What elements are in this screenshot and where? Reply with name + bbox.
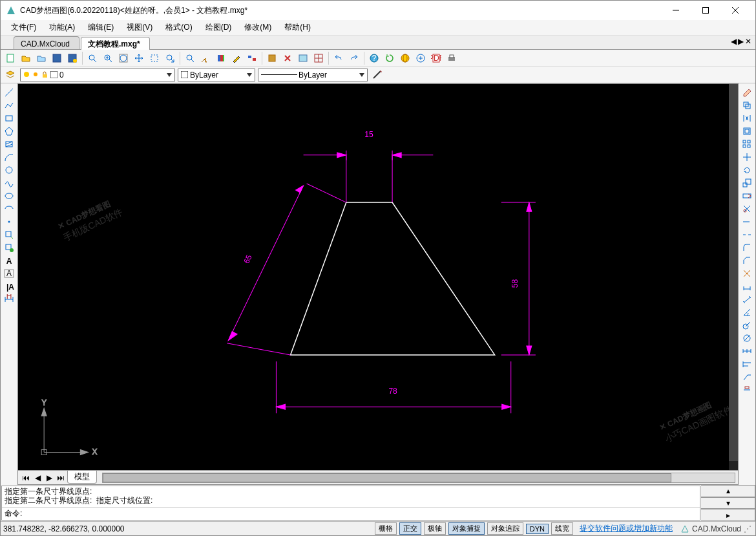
ellipse-arc-tool[interactable] [2,202,16,215]
pdf-button[interactable]: PDF [429,51,443,65]
layout-prev-icon[interactable]: ◀ [32,473,43,483]
status-polar[interactable]: 极轴 [424,522,446,535]
dim-diameter-tool[interactable] [740,332,754,345]
tab-next-icon[interactable]: ▶ [738,37,744,46]
dim-style-tool[interactable] [740,383,754,396]
modify-offset-tool[interactable] [740,125,754,138]
tab-prev-icon[interactable]: ◀ [731,37,737,46]
modify-stretch-tool[interactable] [740,189,754,202]
properties-button[interactable] [183,51,197,65]
rectangle-tool[interactable] [2,112,16,125]
color-dropdown[interactable]: ByLayer [178,69,255,81]
menu-file[interactable]: 文件(F) [6,21,41,34]
modify-rotate-tool[interactable] [740,164,754,177]
refresh-button[interactable] [383,51,397,65]
save-button[interactable] [50,51,64,65]
hatch-tool[interactable] [2,138,16,151]
modify-fillet-tool[interactable] [740,241,754,254]
menu-edit[interactable]: 编辑(E) [83,21,119,34]
modify-erase-tool[interactable] [740,86,754,99]
dim-linear-tool[interactable] [740,280,754,293]
modify-extend-tool[interactable] [740,215,754,228]
pan-button[interactable] [132,51,146,65]
zoom-in-button[interactable] [101,51,115,65]
polyline-tool[interactable] [2,99,16,112]
status-dyn[interactable]: DYN [526,524,549,534]
layout-next-icon[interactable]: ▶ [44,473,54,483]
tab-document[interactable]: 文档教程.mxg* [81,37,150,50]
open-cloud-button[interactable] [34,51,48,65]
match-props-button[interactable] [198,51,213,65]
circle-tool[interactable] [2,164,16,177]
modify-break-tool[interactable] [740,228,754,241]
menu-help[interactable]: 帮助(H) [279,21,316,34]
layout-tab-model[interactable]: 模型 [67,471,97,484]
modify-mirror-tool[interactable] [740,112,754,125]
status-grid[interactable]: 栅格 [375,522,397,535]
point-tool[interactable] [2,215,16,228]
layers-button[interactable] [214,51,228,65]
globe-button[interactable] [398,51,412,65]
dim-radius-tool[interactable] [740,319,754,332]
layout-last-icon[interactable]: ⏭ [56,473,66,483]
dimension-tool[interactable]: H [2,293,16,306]
block-button[interactable] [265,51,279,65]
status-lwt[interactable]: 线宽 [551,522,573,535]
menu-draw[interactable]: 绘图(D) [200,21,237,34]
modify-trim-tool[interactable] [740,202,754,215]
modify-move-tool[interactable] [740,151,754,164]
dim-aligned-tool[interactable] [740,293,754,306]
layer-dropdown[interactable]: 0 [20,69,175,81]
hscrollbar[interactable] [102,473,735,483]
line-tool[interactable] [2,86,16,99]
arc-tool[interactable] [2,151,16,164]
dim-baseline-tool[interactable] [740,358,754,370]
cloud-button[interactable] [414,51,428,65]
open-button[interactable] [19,51,33,65]
tab-cloud[interactable]: CAD.MxCloud [14,36,79,49]
text-style-tool[interactable]: |A [2,280,16,293]
status-ortho[interactable]: 正交 [399,522,421,535]
cmd-scroll-up[interactable]: ▴ [701,485,755,497]
color-button[interactable] [229,51,244,65]
layout-first-icon[interactable]: ⏮ [21,473,31,483]
tab-close-icon[interactable]: ✕ [745,37,751,46]
help-button[interactable]: ? [367,51,381,65]
dim-angular-tool[interactable] [740,306,754,319]
maximize-button[interactable] [691,1,720,20]
cmd-expand[interactable]: ▸ [701,509,755,521]
linetype-dropdown[interactable]: ByLayer [258,69,368,81]
print-button[interactable] [445,51,459,65]
table-button[interactable] [311,51,326,65]
close-button[interactable] [720,1,750,20]
leader-tool[interactable] [740,370,754,383]
modify-chamfer-tool[interactable] [740,254,754,267]
minimize-button[interactable] [661,1,691,20]
zoom-window-button[interactable] [147,51,162,65]
status-osnap[interactable]: 对象捕捉 [448,522,485,535]
lineweight-button[interactable] [370,68,384,82]
status-feedback-link[interactable]: 提交软件问题或增加新功能 [580,523,673,534]
dim-continue-tool[interactable] [740,345,754,358]
menu-function[interactable]: 功能(A) [44,21,80,34]
menu-view[interactable]: 视图(V) [121,21,158,34]
block-insert-tool[interactable] [2,228,16,241]
spline-tool[interactable] [2,177,16,189]
save-as-button[interactable] [65,51,79,65]
undo-button[interactable] [331,51,346,65]
modify-copy-tool[interactable] [740,99,754,112]
text-tool[interactable]: A [2,254,16,267]
linetype-button[interactable] [245,51,259,65]
status-cloud[interactable]: CAD.MxCloud ⋰ [680,524,753,533]
zoom-extents-button[interactable] [116,51,131,65]
modify-array-tool[interactable] [740,138,754,151]
menu-modify[interactable]: 修改(M) [239,21,277,34]
command-input[interactable] [25,509,697,519]
vscrollbar[interactable] [729,84,738,470]
zoom-button[interactable] [85,51,100,65]
status-otrack[interactable]: 对象追踪 [487,522,523,535]
modify-explode-tool[interactable] [740,267,754,280]
image-button[interactable] [296,51,310,65]
xref-button[interactable] [280,51,295,65]
zoom-prev-button[interactable] [163,51,177,65]
